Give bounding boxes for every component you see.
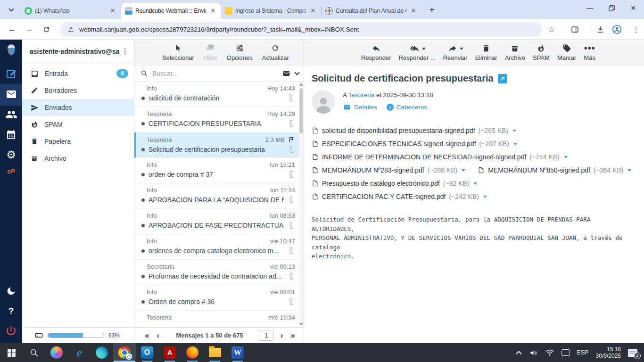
settings-gear-icon[interactable]: ⚙ <box>0 148 22 161</box>
start-button[interactable] <box>0 343 23 362</box>
profile-avatar-icon[interactable] <box>611 23 623 35</box>
edge-button[interactable] <box>91 343 113 362</box>
scroll-up-icon[interactable] <box>299 83 303 86</box>
address-bar[interactable]: webmail.sanjuan.gob.ec/cpsess2879723216/… <box>60 22 542 37</box>
message-row[interactable]: Infovie 10:47 ordenes de compra catalogo… <box>134 234 299 260</box>
volume-icon[interactable] <box>529 349 538 357</box>
message-row[interactable]: InfoHoy 14:43 solicitud de contratación <box>134 82 299 107</box>
acrobat-button[interactable]: A <box>158 343 181 362</box>
scrollbar-thumb[interactable] <box>299 88 303 133</box>
forward-button[interactable]: → <box>23 23 36 36</box>
dark-mode-moon-icon[interactable] <box>0 286 22 296</box>
folder-item-spam[interactable]: SPAM <box>22 116 134 133</box>
attachment-menu-caret-icon[interactable] <box>483 196 487 198</box>
tab-search-button[interactable] <box>5 3 18 16</box>
help-icon[interactable]: ? <box>0 306 22 316</box>
language-indicator[interactable]: ESP <box>577 349 589 356</box>
word-button[interactable]: W <box>226 343 249 362</box>
tab-plan-anual[interactable]: Consulta del Plan Anual de Con ✕ <box>322 3 421 19</box>
message-row[interactable]: Tesoreriamié 16:34 <box>134 311 299 327</box>
back-button[interactable]: ← <box>6 23 19 36</box>
mark-button[interactable]: Marcar <box>554 44 579 61</box>
wifi-icon[interactable] <box>545 349 554 356</box>
notifications-icon[interactable]: 4 <box>628 349 637 357</box>
next-page-button[interactable]: › <box>277 331 287 339</box>
list-scrollbar[interactable] <box>299 82 304 327</box>
side-panel-icon[interactable] <box>569 23 581 35</box>
account-menu-icon[interactable]: ⋮ <box>120 47 130 56</box>
attachment-menu-caret-icon[interactable] <box>462 169 465 172</box>
restore-button[interactable] <box>601 0 622 16</box>
archive-button[interactable]: Archivo <box>502 44 528 61</box>
outlook-button[interactable]: O <box>136 343 158 362</box>
bookmark-star-icon[interactable]: ☆ <box>545 23 558 35</box>
message-row[interactable]: Secretariavie 09:13 Proformas de necesid… <box>134 260 299 285</box>
search-input[interactable] <box>152 70 278 77</box>
tab-whatsapp[interactable]: (1) WhatsApp ✕ <box>21 3 121 19</box>
close-tab-icon[interactable]: ✕ <box>409 7 418 15</box>
attachment-menu-caret-icon[interactable] <box>564 156 568 158</box>
flag-icon[interactable] <box>288 136 295 143</box>
attachment-item[interactable]: MEMORÁNDUM Nº850-signed.pdf(~364 KB) <box>478 166 631 174</box>
minimize-button[interactable]: — <box>579 0 601 16</box>
last-page-button[interactable]: » <box>287 331 299 339</box>
cpanel-logo-icon[interactable]: cP <box>0 168 22 175</box>
downloads-icon[interactable] <box>594 23 606 35</box>
details-toggle[interactable]: Detalles <box>343 104 377 111</box>
file-explorer-button[interactable] <box>204 343 226 362</box>
message-row[interactable]: Infolun 15:21 orden de compra # 37 <box>134 158 299 183</box>
reply-all-caret-icon[interactable] <box>422 48 426 50</box>
folder-item-papelera[interactable]: Papelera <box>22 133 134 150</box>
compose-icon[interactable] <box>0 68 22 79</box>
search-scope-mail-icon[interactable] <box>282 70 291 77</box>
search-options-chevron-icon[interactable] <box>294 70 299 75</box>
spam-button[interactable]: SPAM <box>529 44 553 61</box>
attachment-item[interactable]: INFORME DE DETERMINACION DE NECESIDAD-si… <box>312 153 568 161</box>
more-button[interactable]: ••• Más <box>580 44 599 61</box>
close-tab-icon[interactable]: ✕ <box>108 7 117 15</box>
reload-button[interactable] <box>40 23 53 36</box>
mail-icon[interactable] <box>0 89 22 100</box>
calendar-icon[interactable] <box>0 129 22 140</box>
attachment-menu-caret-icon[interactable] <box>627 169 631 172</box>
folder-item-enviados[interactable]: Enviados <box>22 99 134 116</box>
folder-item-entrada[interactable]: Entrada 8 <box>22 65 134 82</box>
close-tab-icon[interactable]: ✕ <box>209 7 217 15</box>
attachment-item[interactable]: solicitud de disponibilidad presupuestar… <box>312 126 516 135</box>
clock[interactable]: 15:18 30/9/2025 <box>596 346 621 359</box>
select-button[interactable]: Seleccionar <box>159 44 198 61</box>
close-window-button[interactable]: ✕ <box>622 0 644 16</box>
cast-icon[interactable] <box>561 349 570 356</box>
delete-button[interactable]: Eliminar <box>472 44 501 61</box>
copilot-button[interactable] <box>45 343 68 362</box>
new-tab-button[interactable]: + <box>425 3 438 16</box>
page-number-input[interactable] <box>259 330 274 341</box>
attachment-menu-caret-icon[interactable] <box>473 182 477 185</box>
contacts-icon[interactable] <box>0 108 22 121</box>
tab-compras[interactable]: Ingreso al Sistema - Compras P ✕ <box>221 3 321 19</box>
firefox-button[interactable] <box>181 343 204 362</box>
open-in-new-window-icon[interactable] <box>498 74 507 83</box>
site-info-icon[interactable] <box>67 26 74 33</box>
message-row[interactable]: Infovie 09:01 Orden de compra # 36 <box>134 285 299 311</box>
threads-button[interactable]: Hilos <box>200 44 221 61</box>
attachment-item[interactable]: Presupuesto de catálogo electrónico.pdf(… <box>312 179 477 188</box>
browser-menu-icon[interactable]: ⋮ <box>630 23 642 35</box>
reply-all-button[interactable]: Responder ... <box>396 44 439 61</box>
message-row[interactable]: Infolun 11:34 APROBACION PARA LA “ADQUIS… <box>134 183 299 209</box>
scroll-down-icon[interactable] <box>299 323 303 326</box>
reply-button[interactable]: Responder <box>358 44 395 61</box>
close-tab-icon[interactable]: ✕ <box>309 7 317 15</box>
forward-caret-icon[interactable] <box>460 48 463 50</box>
forward-button[interactable]: Reenviar <box>440 44 471 61</box>
message-row-selected[interactable]: Tesoreria2.3 MB Solicitud de certificaci… <box>134 132 299 158</box>
tab-roundcube-active[interactable]: Roundcube Webmail :: Enviados ✕ <box>121 3 221 19</box>
tray-expand-chevron-icon[interactable] <box>516 351 522 357</box>
attachment-item[interactable]: MEMORÁNDUM Nº283-signed.pdf(~288 KB) <box>312 166 465 174</box>
internet-explorer-button[interactable]: e <box>68 343 91 362</box>
message-row[interactable]: TesoreriaHoy 14:29 CERTIFICACION PRESUPU… <box>134 107 299 132</box>
logout-power-icon[interactable] <box>0 325 22 337</box>
chrome-button[interactable] <box>113 343 136 362</box>
folder-item-archivo[interactable]: Archivo <box>22 150 134 167</box>
recipient-link[interactable]: Tesoreria <box>348 91 375 99</box>
